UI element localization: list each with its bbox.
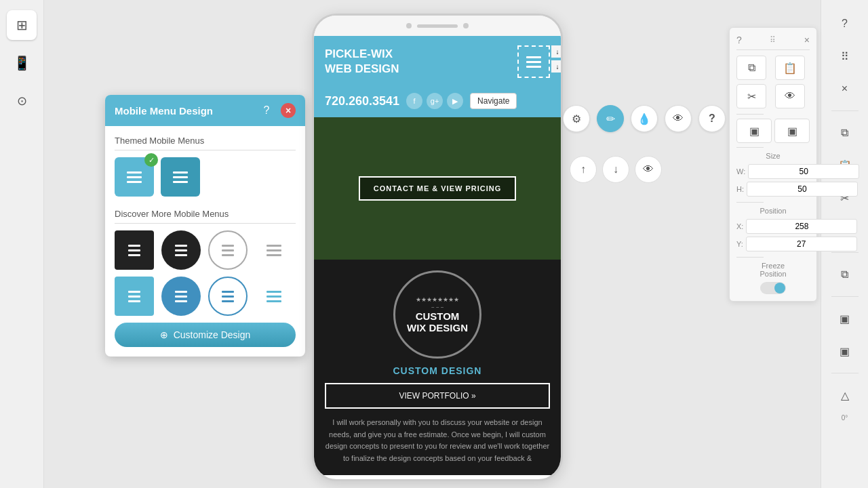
gear-action-icon: ⚙: [572, 113, 581, 125]
rt-divider-2: [831, 252, 859, 253]
height-key: H:: [736, 185, 744, 193]
phone-mockup: PICKLE-WIX WEB DESIGN ↓ ↓ 720.260: [312, 14, 563, 481]
badge-decoration: ~ ~ ~: [431, 304, 443, 310]
props-eye-icon: 👁: [785, 90, 795, 102]
props-layout-left-button[interactable]: ▣: [736, 119, 772, 143]
menu-black-circle[interactable]: [161, 230, 201, 270]
hamburger-lines-1: [127, 171, 142, 183]
social-icons: f g+ ▶: [406, 93, 463, 109]
menu-grid-row2: [115, 277, 296, 316]
triangle-rt-button[interactable]: △: [831, 382, 859, 409]
themed-section-title: Themed Mobile Menus: [115, 136, 296, 150]
panel-close-button[interactable]: ×: [281, 103, 296, 118]
download-arrow-2[interactable]: ↓: [551, 60, 561, 73]
themed-menus-row: [115, 157, 296, 197]
youtube-icon[interactable]: ▶: [447, 93, 463, 109]
hero-image: CONTACT ME & VIEW PRICING: [314, 117, 561, 260]
move-up-button[interactable]: ↑: [570, 156, 597, 183]
props-close-button[interactable]: ×: [804, 35, 810, 45]
panel-help-button[interactable]: ?: [259, 103, 274, 118]
eye-action-icon: 👁: [673, 113, 684, 125]
panel-body: Themed Mobile Menus Discover More Mobile: [105, 126, 305, 357]
hamburger-wrapper: ↓ ↓: [517, 45, 550, 78]
props-eye-button[interactable]: 👁: [775, 84, 805, 108]
download-arrow-1[interactable]: ↓: [551, 45, 561, 58]
width-row: W:: [736, 164, 810, 179]
badge-stars: ★★★★★★★★: [416, 296, 459, 303]
props-divider-1: [736, 114, 764, 115]
themed-menu-1[interactable]: [115, 157, 154, 197]
panel-left-rt-button[interactable]: ▣: [831, 305, 859, 332]
pencil-action-button[interactable]: ✏: [597, 105, 624, 132]
rt-divider-4: [831, 373, 859, 373]
hamburger-lines-2: [173, 171, 188, 183]
props-divider-2: [736, 147, 764, 148]
width-key: W:: [736, 167, 745, 176]
search-button[interactable]: ⊙: [7, 86, 37, 116]
layers-rt-button[interactable]: ⧉: [831, 261, 859, 288]
x-input[interactable]: [746, 219, 857, 234]
help-rt-button[interactable]: ?: [831, 10, 859, 37]
props-help-icon[interactable]: ?: [736, 35, 742, 45]
grid-rt-button[interactable]: ⠿: [831, 43, 859, 70]
phone-dot-2: [463, 23, 469, 28]
props-layout-right-button[interactable]: ▣: [774, 119, 810, 143]
props-icons-grid: ⧉ 📋 ✂ 👁: [736, 56, 810, 108]
menu-teal-circle[interactable]: [161, 277, 201, 316]
close-rt-button[interactable]: ×: [831, 75, 859, 102]
question-action-button[interactable]: ?: [698, 105, 726, 132]
mobile-button[interactable]: 📱: [7, 48, 37, 78]
visibility-toggle-button[interactable]: 👁: [635, 156, 662, 183]
freeze-label: Freeze Position: [736, 262, 810, 278]
down-arrow-icon: ↓: [613, 163, 618, 176]
move-down-button[interactable]: ↓: [602, 156, 629, 183]
customize-icon: ⊕: [160, 329, 168, 340]
contact-pricing-button[interactable]: CONTACT ME & VIEW PRICING: [359, 176, 517, 201]
site-header: PICKLE-WIX WEB DESIGN ↓ ↓: [314, 36, 561, 87]
themed-menu-2[interactable]: [161, 157, 200, 197]
google-plus-icon[interactable]: g+: [427, 93, 443, 109]
props-paste-button[interactable]: 📋: [775, 56, 805, 80]
question-action-icon: ?: [709, 113, 715, 125]
props-copy-button[interactable]: ⧉: [736, 56, 766, 80]
site-logo-line2: WEB DESIGN: [325, 62, 399, 77]
mobile-icon: 📱: [14, 55, 31, 71]
badge-line2: WIX DESIGN: [407, 322, 468, 333]
panel-title: Mobile Menu Design: [115, 105, 213, 117]
menu-lines-only[interactable]: [254, 230, 294, 270]
eye-action-button[interactable]: 👁: [665, 105, 692, 132]
freeze-toggle[interactable]: [760, 282, 786, 294]
settings-action-button[interactable]: ⚙: [563, 105, 590, 132]
copy-rt-button[interactable]: ⧉: [831, 119, 859, 146]
help-rt-icon: ?: [842, 18, 848, 30]
props-paste-icon: 📋: [783, 62, 797, 75]
water-action-icon: 💧: [637, 113, 651, 125]
width-input[interactable]: [748, 164, 859, 179]
height-input[interactable]: [747, 182, 858, 197]
customize-design-button[interactable]: ⊕ Customize Design: [115, 323, 296, 347]
menu-teal-square[interactable]: [115, 277, 154, 316]
water-action-button[interactable]: 💧: [631, 105, 658, 132]
props-divider-3: [736, 202, 764, 203]
menu-black-square[interactable]: [115, 230, 154, 270]
navigate-button[interactable]: Navigate: [470, 93, 517, 109]
panel-header: Mobile Menu Design ? ×: [105, 95, 305, 126]
panel-header-icons: ? ×: [259, 103, 296, 118]
pencil-action-icon: ✏: [606, 113, 615, 125]
menu-teal-outline-circle[interactable]: [208, 277, 248, 316]
facebook-icon[interactable]: f: [406, 93, 422, 109]
freeze-toggle-thumb: [774, 283, 785, 293]
rotation-value: 0°: [842, 414, 848, 422]
panel-right-rt-button[interactable]: ▣: [831, 338, 859, 365]
rt-divider-1: [831, 110, 859, 111]
props-cut-button[interactable]: ✂: [736, 84, 766, 108]
props-divider-4: [736, 257, 764, 258]
y-input[interactable]: [746, 237, 857, 251]
position-label: Position: [736, 207, 810, 215]
props-drag-icon[interactable]: ⠿: [770, 35, 776, 45]
menu-teal-lines-only[interactable]: [254, 277, 294, 316]
pages-button[interactable]: ⊞: [7, 10, 37, 40]
hamburger-menu-button[interactable]: [517, 45, 550, 78]
menu-gray-outline-circle[interactable]: [208, 230, 248, 270]
portfolio-button[interactable]: VIEW PORTFOLIO »: [325, 383, 550, 409]
